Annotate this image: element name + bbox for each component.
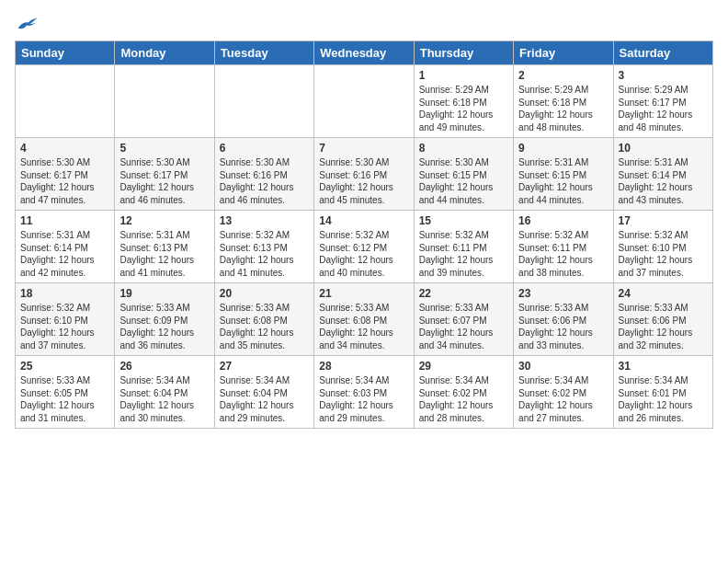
calendar-cell: 4Sunrise: 5:30 AM Sunset: 6:17 PM Daylig… [16,138,115,211]
day-number: 6 [220,142,309,155]
calendar-cell: 17Sunrise: 5:32 AM Sunset: 6:10 PM Dayli… [613,211,712,283]
day-number: 2 [518,69,608,82]
day-info: Sunrise: 5:33 AM Sunset: 6:09 PM Dayligh… [119,302,209,351]
day-info: Sunrise: 5:34 AM Sunset: 6:01 PM Dayligh… [619,374,708,424]
day-info: Sunrise: 5:30 AM Sunset: 6:15 PM Dayligh… [419,156,508,206]
calendar-cell: 1Sunrise: 5:29 AM Sunset: 6:18 PM Daylig… [414,65,513,138]
calendar-cell: 21Sunrise: 5:33 AM Sunset: 6:08 PM Dayli… [314,283,414,356]
day-info: Sunrise: 5:29 AM Sunset: 6:17 PM Dayligh… [619,84,708,133]
day-number: 16 [518,214,608,227]
day-info: Sunrise: 5:34 AM Sunset: 6:02 PM Dayligh… [518,374,608,424]
day-number: 17 [619,214,708,227]
day-number: 22 [419,287,508,300]
calendar-cell [214,65,313,138]
calendar-cell: 30Sunrise: 5:34 AM Sunset: 6:02 PM Dayli… [514,356,613,429]
day-number: 19 [119,287,209,300]
day-number: 9 [518,142,608,155]
day-info: Sunrise: 5:32 AM Sunset: 6:11 PM Dayligh… [419,229,508,279]
calendar-cell: 28Sunrise: 5:34 AM Sunset: 6:03 PM Dayli… [314,356,414,429]
day-info: Sunrise: 5:33 AM Sunset: 6:06 PM Dayligh… [518,302,608,351]
day-info: Sunrise: 5:30 AM Sunset: 6:16 PM Dayligh… [220,156,309,206]
day-number: 15 [419,214,508,227]
calendar-cell: 12Sunrise: 5:31 AM Sunset: 6:13 PM Dayli… [115,211,214,283]
day-info: Sunrise: 5:32 AM Sunset: 6:10 PM Dayligh… [20,302,109,351]
calendar-cell: 20Sunrise: 5:33 AM Sunset: 6:08 PM Dayli… [214,283,313,356]
calendar-cell: 18Sunrise: 5:32 AM Sunset: 6:10 PM Dayli… [16,283,115,356]
day-number: 1 [419,69,508,82]
day-number: 7 [319,142,408,155]
day-info: Sunrise: 5:31 AM Sunset: 6:13 PM Dayligh… [119,229,209,279]
day-number: 24 [619,287,708,300]
calendar-cell [16,65,115,138]
day-number: 25 [20,360,109,373]
day-info: Sunrise: 5:32 AM Sunset: 6:11 PM Dayligh… [518,229,608,279]
page-header [15,15,713,33]
day-number: 14 [319,214,408,227]
calendar-cell: 24Sunrise: 5:33 AM Sunset: 6:06 PM Dayli… [613,283,712,356]
calendar-day-header: Thursday [414,41,513,65]
day-number: 18 [20,287,109,300]
day-number: 11 [20,214,109,227]
calendar-cell: 10Sunrise: 5:31 AM Sunset: 6:14 PM Dayli… [613,138,712,211]
day-info: Sunrise: 5:33 AM Sunset: 6:06 PM Dayligh… [619,302,708,351]
calendar-day-header: Saturday [613,41,712,65]
day-number: 3 [619,69,708,82]
day-number: 4 [20,142,109,155]
day-info: Sunrise: 5:32 AM Sunset: 6:10 PM Dayligh… [619,229,708,279]
calendar-day-header: Tuesday [214,41,313,65]
day-info: Sunrise: 5:33 AM Sunset: 6:08 PM Dayligh… [319,302,408,351]
calendar-cell: 6Sunrise: 5:30 AM Sunset: 6:16 PM Daylig… [214,138,313,211]
day-number: 20 [220,287,309,300]
calendar-table: SundayMondayTuesdayWednesdayThursdayFrid… [15,40,713,429]
calendar-cell [115,65,214,138]
day-info: Sunrise: 5:34 AM Sunset: 6:02 PM Dayligh… [419,374,508,424]
day-info: Sunrise: 5:30 AM Sunset: 6:17 PM Dayligh… [20,156,109,206]
day-info: Sunrise: 5:30 AM Sunset: 6:17 PM Dayligh… [119,156,209,206]
day-number: 28 [319,360,408,373]
day-info: Sunrise: 5:29 AM Sunset: 6:18 PM Dayligh… [518,84,608,133]
calendar-week-row: 1Sunrise: 5:29 AM Sunset: 6:18 PM Daylig… [16,65,713,138]
calendar-day-header: Monday [115,41,214,65]
calendar-cell: 7Sunrise: 5:30 AM Sunset: 6:16 PM Daylig… [314,138,414,211]
day-number: 13 [220,214,309,227]
day-info: Sunrise: 5:32 AM Sunset: 6:12 PM Dayligh… [319,229,408,279]
day-number: 10 [619,142,708,155]
day-info: Sunrise: 5:34 AM Sunset: 6:04 PM Dayligh… [220,374,309,424]
calendar-cell [314,65,414,138]
calendar-cell: 15Sunrise: 5:32 AM Sunset: 6:11 PM Dayli… [414,211,513,283]
day-info: Sunrise: 5:31 AM Sunset: 6:15 PM Dayligh… [518,156,608,206]
calendar-week-row: 4Sunrise: 5:30 AM Sunset: 6:17 PM Daylig… [16,138,713,211]
calendar-cell: 14Sunrise: 5:32 AM Sunset: 6:12 PM Dayli… [314,211,414,283]
day-number: 30 [518,360,608,373]
calendar-cell: 8Sunrise: 5:30 AM Sunset: 6:15 PM Daylig… [414,138,513,211]
day-info: Sunrise: 5:30 AM Sunset: 6:16 PM Dayligh… [319,156,408,206]
calendar-cell: 9Sunrise: 5:31 AM Sunset: 6:15 PM Daylig… [514,138,613,211]
day-number: 21 [319,287,408,300]
logo-bird-icon [17,15,39,33]
day-number: 26 [119,360,209,373]
day-info: Sunrise: 5:33 AM Sunset: 6:05 PM Dayligh… [20,374,109,424]
calendar-cell: 31Sunrise: 5:34 AM Sunset: 6:01 PM Dayli… [613,356,712,429]
calendar-day-header: Friday [514,41,613,65]
day-info: Sunrise: 5:31 AM Sunset: 6:14 PM Dayligh… [20,229,109,279]
calendar-cell: 22Sunrise: 5:33 AM Sunset: 6:07 PM Dayli… [414,283,513,356]
day-info: Sunrise: 5:33 AM Sunset: 6:08 PM Dayligh… [220,302,309,351]
day-info: Sunrise: 5:31 AM Sunset: 6:14 PM Dayligh… [619,156,708,206]
calendar-cell: 16Sunrise: 5:32 AM Sunset: 6:11 PM Dayli… [514,211,613,283]
calendar-day-header: Wednesday [314,41,414,65]
calendar-cell: 26Sunrise: 5:34 AM Sunset: 6:04 PM Dayli… [115,356,214,429]
calendar-cell: 29Sunrise: 5:34 AM Sunset: 6:02 PM Dayli… [414,356,513,429]
calendar-week-row: 25Sunrise: 5:33 AM Sunset: 6:05 PM Dayli… [16,356,713,429]
day-number: 8 [419,142,508,155]
calendar-cell: 27Sunrise: 5:34 AM Sunset: 6:04 PM Dayli… [214,356,313,429]
calendar-cell: 3Sunrise: 5:29 AM Sunset: 6:17 PM Daylig… [613,65,712,138]
day-number: 27 [220,360,309,373]
calendar-cell: 13Sunrise: 5:32 AM Sunset: 6:13 PM Dayli… [214,211,313,283]
day-info: Sunrise: 5:33 AM Sunset: 6:07 PM Dayligh… [419,302,508,351]
day-number: 12 [119,214,209,227]
calendar-cell: 23Sunrise: 5:33 AM Sunset: 6:06 PM Dayli… [514,283,613,356]
calendar-cell: 25Sunrise: 5:33 AM Sunset: 6:05 PM Dayli… [16,356,115,429]
calendar-cell: 11Sunrise: 5:31 AM Sunset: 6:14 PM Dayli… [16,211,115,283]
day-info: Sunrise: 5:32 AM Sunset: 6:13 PM Dayligh… [220,229,309,279]
logo [15,15,39,33]
